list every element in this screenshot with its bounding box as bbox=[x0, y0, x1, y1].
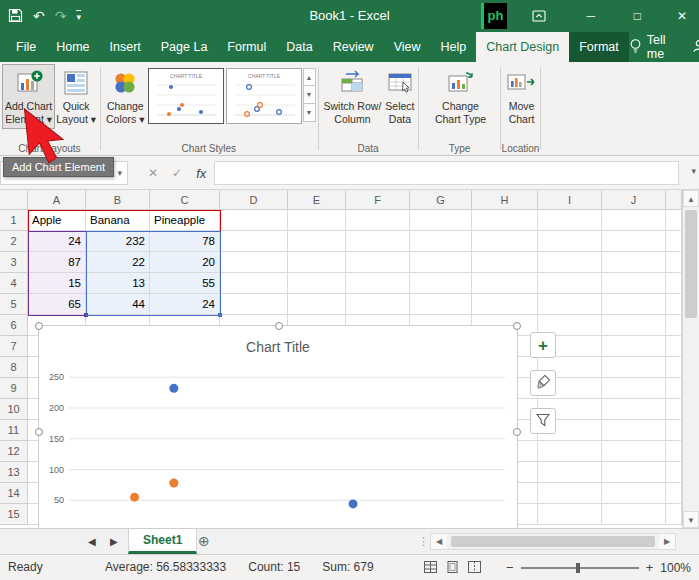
scroll-up-icon[interactable]: ▲ bbox=[683, 190, 699, 207]
cell-C11[interactable] bbox=[150, 420, 220, 441]
column-header-A[interactable]: A bbox=[28, 190, 86, 210]
cell-G8[interactable] bbox=[410, 357, 472, 378]
cell-J10[interactable] bbox=[602, 399, 666, 420]
cell-F14[interactable] bbox=[346, 483, 410, 504]
row-header-6[interactable]: 6 bbox=[0, 315, 28, 336]
cell-E14[interactable] bbox=[288, 483, 346, 504]
cell-F3[interactable] bbox=[346, 252, 410, 273]
cell-D4[interactable] bbox=[220, 273, 288, 294]
tab-splitter-icon[interactable]: ⋮ bbox=[418, 529, 429, 554]
cell-J12[interactable] bbox=[602, 441, 666, 462]
new-sheet-icon[interactable]: ⊕ bbox=[198, 529, 210, 554]
zoom-slider[interactable] bbox=[521, 567, 639, 569]
row-header-15[interactable]: 15 bbox=[0, 504, 28, 525]
row-header-10[interactable]: 10 bbox=[0, 399, 28, 420]
cell-A13[interactable] bbox=[28, 462, 86, 483]
change-chart-type-button[interactable]: Change Chart Type bbox=[422, 65, 498, 128]
column-header-B[interactable]: B bbox=[86, 190, 150, 210]
cell-A4[interactable]: 15 bbox=[28, 273, 86, 294]
cell-F11[interactable] bbox=[346, 420, 410, 441]
tab-chart-design[interactable]: Chart Design bbox=[476, 32, 569, 62]
cell-I11[interactable] bbox=[538, 420, 602, 441]
cell-A5[interactable]: 65 bbox=[28, 294, 86, 315]
cell-H12[interactable] bbox=[472, 441, 538, 462]
cell-H3[interactable] bbox=[472, 252, 538, 273]
cell-H8[interactable] bbox=[472, 357, 538, 378]
cell-F9[interactable] bbox=[346, 378, 410, 399]
cell-B6[interactable] bbox=[86, 315, 150, 336]
cell-C2[interactable]: 78 bbox=[150, 231, 220, 252]
cell-D2[interactable] bbox=[220, 231, 288, 252]
cell-B1[interactable]: Banana bbox=[86, 210, 150, 231]
cell-J2[interactable] bbox=[602, 231, 666, 252]
sheet-nav-left-icon[interactable]: ◀ bbox=[88, 529, 96, 554]
vertical-scroll-thumb[interactable] bbox=[685, 210, 697, 318]
cell-B13[interactable] bbox=[86, 462, 150, 483]
select-data-button[interactable]: Select Data bbox=[383, 65, 416, 128]
cell-A14[interactable] bbox=[28, 483, 86, 504]
cell-G11[interactable] bbox=[410, 420, 472, 441]
cell-D8[interactable] bbox=[220, 357, 288, 378]
zoom-level[interactable]: 100% bbox=[660, 561, 691, 575]
cell-B10[interactable] bbox=[86, 399, 150, 420]
cell-F13[interactable] bbox=[346, 462, 410, 483]
cell-D15[interactable] bbox=[220, 504, 288, 525]
cell-E5[interactable] bbox=[288, 294, 346, 315]
sheet-nav-right-icon[interactable]: ▶ bbox=[110, 529, 118, 554]
cell-D13[interactable] bbox=[220, 462, 288, 483]
cell-C15[interactable] bbox=[150, 504, 220, 525]
zoom-out-icon[interactable]: − bbox=[506, 560, 514, 575]
cell-J13[interactable] bbox=[602, 462, 666, 483]
cell-E15[interactable] bbox=[288, 504, 346, 525]
chart-style-1[interactable]: CHART TITLE bbox=[148, 68, 224, 124]
row-header-5[interactable]: 5 bbox=[0, 294, 28, 315]
cell-D3[interactable] bbox=[220, 252, 288, 273]
cell-J14[interactable] bbox=[602, 483, 666, 504]
cell-B8[interactable] bbox=[86, 357, 150, 378]
cell-H13[interactable] bbox=[472, 462, 538, 483]
cell-A6[interactable] bbox=[28, 315, 86, 336]
cell-F5[interactable] bbox=[346, 294, 410, 315]
cell-A7[interactable] bbox=[28, 336, 86, 357]
cell-A2[interactable]: 24 bbox=[28, 231, 86, 252]
cell-C12[interactable] bbox=[150, 441, 220, 462]
cell-C5[interactable]: 24 bbox=[150, 294, 220, 315]
row-header-12[interactable]: 12 bbox=[0, 441, 28, 462]
cell-E2[interactable] bbox=[288, 231, 346, 252]
tab-help[interactable]: Help bbox=[431, 32, 477, 62]
cell-D11[interactable] bbox=[220, 420, 288, 441]
cell-H6[interactable] bbox=[472, 315, 538, 336]
cell-J11[interactable] bbox=[602, 420, 666, 441]
cell-G9[interactable] bbox=[410, 378, 472, 399]
cell-E12[interactable] bbox=[288, 441, 346, 462]
cancel-icon[interactable]: ✕ bbox=[148, 166, 158, 180]
cell-I5[interactable] bbox=[538, 294, 602, 315]
gallery-up-icon[interactable]: ▲ bbox=[303, 68, 316, 86]
page-break-view-icon[interactable] bbox=[468, 561, 481, 576]
formula-input[interactable] bbox=[214, 161, 679, 185]
row-header-3[interactable]: 3 bbox=[0, 252, 28, 273]
scroll-right-icon[interactable]: ▶ bbox=[659, 534, 675, 549]
cell-G10[interactable] bbox=[410, 399, 472, 420]
cell-E10[interactable] bbox=[288, 399, 346, 420]
cell-I9[interactable] bbox=[538, 378, 602, 399]
cell-G12[interactable] bbox=[410, 441, 472, 462]
horizontal-scroll-thumb[interactable] bbox=[451, 536, 655, 547]
ribbon-display-options-icon[interactable] bbox=[531, 8, 547, 28]
cell-E11[interactable] bbox=[288, 420, 346, 441]
row-header-2[interactable]: 2 bbox=[0, 231, 28, 252]
cell-B12[interactable] bbox=[86, 441, 150, 462]
sheet-tab-sheet1[interactable]: Sheet1 bbox=[128, 529, 197, 554]
tab-file[interactable]: File bbox=[6, 32, 46, 62]
cell-D10[interactable] bbox=[220, 399, 288, 420]
enter-icon[interactable]: ✓ bbox=[172, 166, 182, 180]
tab-data[interactable]: Data bbox=[276, 32, 322, 62]
cell-B4[interactable]: 13 bbox=[86, 273, 150, 294]
cell-G13[interactable] bbox=[410, 462, 472, 483]
cell-G6[interactable] bbox=[410, 315, 472, 336]
move-chart-button[interactable]: Move Chart bbox=[504, 65, 538, 128]
cell-B9[interactable] bbox=[86, 378, 150, 399]
cell-E3[interactable] bbox=[288, 252, 346, 273]
cell-G1[interactable] bbox=[410, 210, 472, 231]
cell-C13[interactable] bbox=[150, 462, 220, 483]
